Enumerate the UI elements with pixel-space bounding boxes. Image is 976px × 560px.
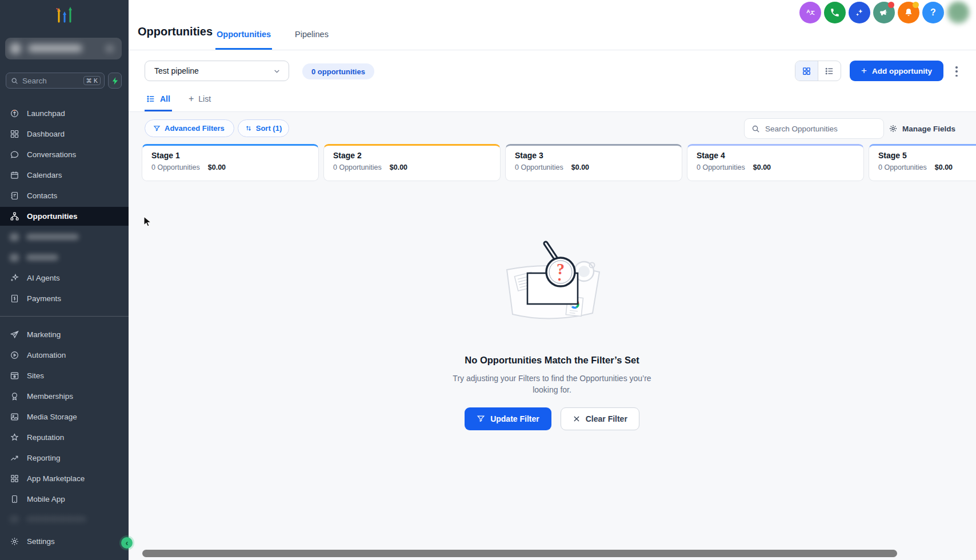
plus-icon: + bbox=[861, 65, 867, 77]
opportunity-count-badge: 0 opportunities bbox=[302, 63, 374, 79]
content-area: Advanced Filters Sort (1) Manage Fields … bbox=[129, 112, 976, 560]
sidebar-item-launchpad[interactable]: Launchpad bbox=[0, 104, 129, 123]
stage-value: $0.00 bbox=[935, 163, 953, 171]
main-area: Opportunities Opportunities Pipelines A bbox=[129, 0, 976, 560]
sidebar-item-media-storage[interactable]: Media Storage bbox=[0, 407, 129, 426]
stage-count: 0 Opportunities bbox=[151, 163, 200, 171]
sidebar-item-reporting[interactable]: Reporting bbox=[0, 449, 129, 467]
sidebar-item-dashboard[interactable]: Dashboard bbox=[0, 125, 129, 143]
topbar-icons: A ? bbox=[799, 1, 970, 24]
list-lines-icon bbox=[146, 94, 155, 103]
grid-view-icon bbox=[802, 66, 811, 76]
gear-icon bbox=[889, 124, 898, 133]
stage-card[interactable]: Stage 4 0 Opportunities$0.00 bbox=[687, 144, 864, 181]
sidebar-item-calendars[interactable]: Calendars bbox=[0, 166, 129, 185]
sidebar-item-automation[interactable]: Automation bbox=[0, 346, 129, 365]
notifications-button[interactable] bbox=[898, 2, 919, 23]
stage-card[interactable]: Stage 3 0 Opportunities$0.00 bbox=[505, 144, 682, 181]
bell-icon bbox=[903, 7, 914, 18]
sidebar-item-marketing[interactable]: Marketing bbox=[0, 325, 129, 344]
plus-icon: + bbox=[189, 94, 194, 104]
sidebar-item-blurred-1[interactable] bbox=[0, 227, 129, 246]
empty-state-illustration: ? bbox=[491, 240, 614, 340]
manage-fields-button[interactable]: Manage Fields bbox=[889, 118, 955, 139]
sidebar-collapse-button[interactable]: ‹ bbox=[121, 537, 133, 549]
pipeline-select-value: Test pipeline bbox=[154, 66, 273, 75]
sites-icon bbox=[10, 371, 19, 381]
empty-state: ? No Opportunities Match the Filter’s Se… bbox=[403, 240, 701, 430]
add-opportunity-button[interactable]: + Add opportunity bbox=[850, 61, 943, 81]
view-toggle bbox=[795, 61, 841, 81]
stage-card[interactable]: Stage 1 0 Opportunities$0.00 bbox=[142, 144, 319, 181]
megaphone-icon bbox=[879, 7, 889, 18]
stage-card[interactable]: Stage 5 0 Opportunities$0.00 bbox=[869, 144, 976, 181]
notification-dot bbox=[913, 2, 919, 8]
tab-opportunities[interactable]: Opportunities bbox=[215, 20, 272, 50]
sidebar-item-memberships[interactable]: Memberships bbox=[0, 387, 129, 406]
app-logo-icon bbox=[0, 5, 129, 30]
view-tab-all[interactable]: All bbox=[145, 87, 172, 111]
keyboard-shortcut-badge: ⌘ K bbox=[83, 76, 101, 85]
list-view-button[interactable] bbox=[818, 61, 841, 81]
lightning-icon bbox=[112, 77, 118, 85]
announcements-button[interactable] bbox=[873, 2, 895, 23]
quick-actions-button[interactable] bbox=[108, 73, 122, 89]
stage-card[interactable]: Stage 2 0 Opportunities$0.00 bbox=[323, 144, 501, 181]
sidebar-item-mobile-app[interactable]: Mobile App bbox=[0, 490, 129, 509]
translate-icon: A bbox=[805, 7, 816, 18]
advanced-filters-button[interactable]: Advanced Filters bbox=[145, 119, 234, 137]
stage-name: Stage 2 bbox=[333, 151, 491, 160]
sidebar-item-app-marketplace[interactable]: App Marketplace bbox=[0, 469, 129, 488]
ai-agents-icon bbox=[10, 273, 19, 283]
page-header: Opportunities Opportunities Pipelines A bbox=[129, 0, 976, 50]
launchpad-icon bbox=[10, 109, 19, 118]
stage-count: 0 Opportunities bbox=[333, 163, 382, 171]
media-storage-icon bbox=[10, 412, 19, 422]
sidebar-item-opportunities[interactable]: Opportunities bbox=[0, 207, 129, 226]
pipeline-select[interactable]: Test pipeline bbox=[145, 61, 289, 81]
sidebar-item-settings[interactable]: Settings bbox=[0, 532, 129, 551]
conversations-icon bbox=[10, 150, 19, 159]
more-options-button[interactable] bbox=[952, 66, 961, 77]
avatar[interactable] bbox=[947, 1, 970, 24]
help-button[interactable]: ? bbox=[922, 2, 944, 23]
sort-arrows-icon bbox=[245, 125, 252, 132]
stage-count: 0 Opportunities bbox=[697, 163, 745, 171]
update-filter-button[interactable]: Update Filter bbox=[465, 407, 551, 430]
sidebar-item-blurred-2[interactable] bbox=[0, 248, 129, 267]
header-tabs: Opportunities Pipelines bbox=[215, 20, 330, 50]
sort-button[interactable]: Sort (1) bbox=[238, 119, 289, 137]
dashboard-icon bbox=[10, 129, 19, 139]
search-icon bbox=[751, 125, 760, 133]
mobile-app-icon bbox=[10, 494, 19, 504]
gear-icon bbox=[10, 537, 19, 546]
tab-pipelines[interactable]: Pipelines bbox=[294, 20, 330, 50]
sidebar-item-conversations[interactable]: Conversations bbox=[0, 145, 129, 164]
page-title: Opportunities bbox=[138, 25, 213, 38]
stage-value: $0.00 bbox=[208, 163, 226, 171]
translate-button[interactable]: A bbox=[799, 2, 821, 23]
sidebar-search-placeholder: Search bbox=[22, 77, 79, 85]
svg-text:A: A bbox=[806, 9, 810, 14]
opportunities-search-input[interactable] bbox=[765, 125, 877, 133]
stage-count: 0 Opportunities bbox=[878, 163, 927, 171]
grid-view-button[interactable] bbox=[795, 61, 818, 81]
view-tab-add-list[interactable]: + List bbox=[187, 87, 213, 111]
sidebar-item-blurred-3[interactable] bbox=[0, 510, 129, 529]
sidebar-search-input[interactable]: Search ⌘ K bbox=[6, 73, 105, 89]
horizontal-scrollbar[interactable] bbox=[142, 550, 897, 557]
account-switcher[interactable] bbox=[5, 38, 122, 59]
view-tabs: All + List bbox=[145, 87, 213, 111]
phone-button[interactable] bbox=[824, 2, 846, 23]
sidebar-item-payments[interactable]: Payments bbox=[0, 289, 129, 308]
sidebar-item-sites[interactable]: Sites bbox=[0, 366, 129, 385]
sidebar-item-reputation[interactable]: Reputation bbox=[0, 428, 129, 447]
sidebar-item-ai-agents[interactable]: AI Agents bbox=[0, 269, 129, 287]
sidebar-item-contacts[interactable]: Contacts bbox=[0, 186, 129, 205]
question-mark-icon: ? bbox=[930, 7, 936, 18]
payments-icon bbox=[10, 294, 19, 303]
ai-sparkles-button[interactable] bbox=[849, 2, 870, 23]
stage-name: Stage 3 bbox=[515, 151, 673, 160]
opportunities-search[interactable] bbox=[744, 118, 884, 139]
clear-filter-button[interactable]: Clear Filter bbox=[561, 407, 639, 430]
